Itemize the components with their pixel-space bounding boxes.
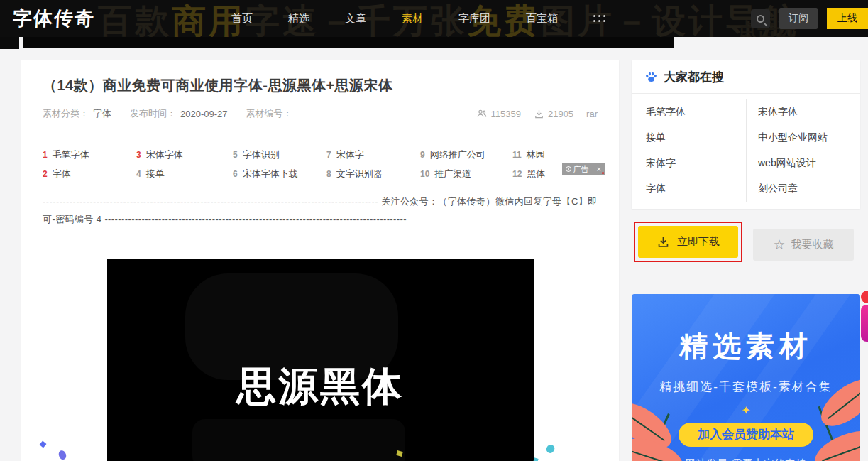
more-grid-icon[interactable] (593, 15, 606, 23)
nav-item-materials[interactable]: 素材 (402, 12, 423, 26)
tag-link[interactable]: 8文字识别器 (326, 168, 420, 180)
tag-link[interactable]: 6宋体字体下载 (233, 168, 326, 180)
hot-search-term[interactable]: 刻公司章 (746, 176, 860, 202)
ad-text-seg: 百款 (98, 2, 172, 37)
promo-banner[interactable]: 精选素材 精挑细选-千套模板-素材合集 ✦ 加入会员赞助本站 网站发展-需要大家… (632, 294, 860, 461)
tag-label: 毛笔字体 (53, 149, 89, 160)
tag-link[interactable]: 9网络推广公司 (420, 148, 512, 161)
tag-rank: 10 (420, 169, 429, 179)
wechat-notice-text: ----------------------------------------… (21, 186, 619, 228)
tag-label: 宋体字 (336, 149, 364, 160)
favorite-button[interactable]: ☆ 我要收藏 (753, 229, 854, 261)
tag-link[interactable]: 7宋体字 (326, 148, 420, 161)
tag-rank: 4 (136, 169, 141, 179)
article-meta: 素材分类： 字体 发布时间： 2020-09-27 素材编号： 115359 2… (43, 107, 598, 120)
join-member-button[interactable]: 加入会员赞助本站 (679, 423, 813, 447)
hot-search-term[interactable]: 接单 (632, 125, 746, 151)
tag-label: 宋体字体 (146, 149, 183, 160)
tag-link[interactable]: 3宋体字体 (136, 148, 233, 161)
hot-search-term[interactable]: web网站设计 (746, 151, 860, 176)
tag-link[interactable]: 2字体 (43, 168, 136, 180)
tag-label: 网络推广公司 (430, 149, 485, 160)
ad-banner-strip (23, 37, 674, 48)
tag-rank: 5 (233, 150, 238, 160)
nav-item-toolbox[interactable]: 百宝箱 (526, 12, 558, 26)
article-stats: 115359 21905 rar (476, 108, 598, 119)
download-highlight-box: 立即下载 (634, 222, 742, 262)
tag-rank: 11 (512, 150, 522, 160)
views-count: 115359 (491, 109, 521, 119)
tag-rank: 6 (233, 169, 238, 179)
main-menu: 首页 精选 文章 素材 字库团 百宝箱 (231, 12, 606, 26)
nav-right-controls: 订阅 上线 (751, 8, 868, 29)
baidu-paw-icon (644, 70, 658, 84)
code-label: 素材编号： (246, 107, 292, 120)
download-button[interactable]: 立即下载 (638, 226, 738, 258)
search-icon (757, 15, 764, 23)
hot-search-term[interactable]: 宋体字 (632, 151, 746, 176)
promo-content: 精选素材 精挑细选-千套模板-素材合集 ✦ 加入会员赞助本站 网站发展-需要大家… (632, 327, 860, 461)
preview-bg-shape (192, 419, 405, 461)
ad-badge-label-wrap[interactable]: 广告 (562, 164, 593, 175)
hot-search-term[interactable]: 宋体字体 (746, 99, 860, 125)
top-navbar: 百款商用字速－千万张免费图片－设计导航 点击进 字体传奇 首页 精选 文章 素材… (0, 0, 868, 37)
site-logo[interactable]: 字体传奇 (12, 6, 96, 31)
article-header: （14款）商业免费可商业使用字体-思源黑体+思源宋体 素材分类： 字体 发布时间… (21, 60, 619, 134)
page-title: （14款）商业免费可商业使用字体-思源黑体+思源宋体 (43, 76, 598, 95)
nav-item-home[interactable]: 首页 (231, 12, 253, 26)
nav-item-articles[interactable]: 文章 (345, 12, 366, 26)
sparkle-icon: ✦ (632, 403, 860, 417)
preview-font-name: 思源黑体 (107, 360, 534, 414)
tag-link[interactable]: 5字体识别 (233, 148, 326, 161)
category-value[interactable]: 字体 (93, 107, 111, 120)
promo-footer-text: 网站发展-需要大家的支持 (632, 457, 860, 461)
ad-close-button[interactable]: × (593, 163, 605, 175)
floating-badge-icon[interactable] (861, 291, 868, 303)
views-stat: 115359 (476, 108, 521, 119)
tag-label: 宋体字体下载 (243, 168, 298, 179)
download-button-label: 立即下载 (677, 235, 720, 249)
nav-item-featured[interactable]: 精选 (288, 12, 309, 26)
category-label: 素材分类： (43, 107, 89, 120)
tag-rank: 12 (512, 169, 522, 179)
search-button[interactable] (751, 9, 770, 28)
ad-banner-corner (0, 37, 19, 49)
nav-item-fontgroup[interactable]: 字库团 (458, 12, 490, 26)
hot-search-term[interactable]: 毛笔字体 (632, 99, 746, 125)
hot-search-term[interactable]: 字体 (632, 176, 746, 202)
downloads-stat: 21905 (534, 109, 573, 119)
star-icon: ☆ (773, 238, 785, 251)
date-value: 2020-09-27 (180, 109, 228, 119)
tag-rank: 8 (326, 169, 331, 179)
hot-tags-grid: 1毛笔字体 2字体 3宋体字体 4接单 5字体识别 6宋体字体下载 7宋体字 8… (43, 145, 598, 183)
ad-eye-icon (566, 166, 571, 172)
online-button[interactable]: 上线 (827, 8, 868, 29)
file-format: rar (586, 109, 598, 119)
hot-search-header: 大家都在搜 (632, 60, 860, 93)
tag-link[interactable]: 11林园 (512, 148, 598, 161)
ad-badge: 广告 × (562, 163, 605, 175)
tag-link[interactable]: 1毛笔字体 (43, 148, 136, 161)
hot-search-term[interactable]: 中小型企业网站 (746, 125, 860, 151)
downloads-count: 21905 (548, 109, 573, 119)
tag-label: 林园 (527, 149, 545, 160)
tag-label: 字体 (53, 168, 71, 179)
date-label: 发布时间： (130, 107, 176, 120)
tag-rank: 2 (43, 169, 48, 179)
download-icon (657, 235, 670, 249)
font-preview-image: 思源黑体 (107, 259, 534, 461)
promo-subtitle: 精挑细选-千套模板-素材合集 (632, 379, 860, 395)
tag-label: 字体识别 (243, 149, 280, 160)
tag-link[interactable]: 4接单 (136, 168, 233, 180)
floating-contact-widget[interactable] (861, 305, 868, 342)
confetti-speck (533, 457, 538, 461)
tag-link[interactable]: 10推广渠道 (420, 168, 512, 180)
tag-label: 文字识别器 (336, 168, 383, 179)
downloads-icon (534, 109, 544, 119)
tag-rank: 3 (136, 150, 141, 160)
tag-label: 接单 (146, 168, 165, 179)
hot-search-title: 大家都在搜 (664, 69, 724, 85)
close-icon: × (597, 165, 601, 173)
hot-search-list: 毛笔字体 宋体字体 接单 中小型企业网站 宋体字 web网站设计 字体 刻公司章 (632, 94, 860, 202)
subscribe-button[interactable]: 订阅 (779, 8, 818, 29)
